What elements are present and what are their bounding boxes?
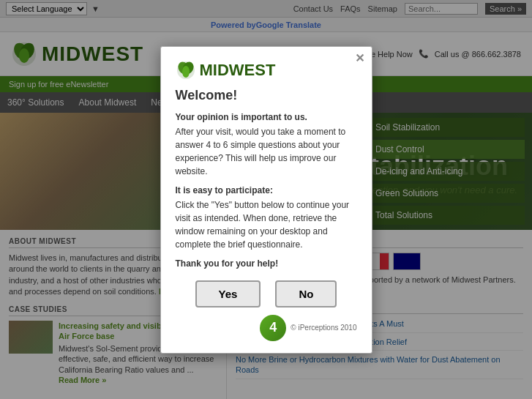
thanks-text: Thank you for your help!: [176, 257, 357, 270]
opinion-title: Your opinion is important to us.: [176, 111, 357, 124]
modal-logo: MIDWEST: [176, 60, 357, 81]
iperceptions-badge: 4: [260, 315, 286, 341]
modal-close-button[interactable]: ✕: [355, 53, 364, 64]
iperceptions-logo: 4 © iPerceptions 2010: [260, 315, 356, 341]
modal-footer: 4 © iPerceptions 2010: [176, 315, 357, 341]
svg-point-7: [182, 66, 190, 78]
modal-overlay: ✕ MIDWEST Welcome! Your opinion is impor…: [0, 0, 532, 399]
participate-text: Click the "Yes" button below to continue…: [176, 200, 350, 250]
no-button[interactable]: No: [275, 280, 337, 307]
iperceptions-text: © iPerceptions 2010: [291, 324, 356, 332]
modal-welcome-title: Welcome!: [176, 88, 357, 103]
modal-logo-text: MIDWEST: [200, 61, 276, 80]
modal-buttons: Yes No: [176, 280, 357, 307]
yes-button[interactable]: Yes: [195, 280, 261, 307]
opinion-text: After your visit, would you take a momen…: [176, 127, 346, 176]
modal-body: Your opinion is important to us. After y…: [176, 111, 357, 270]
modal-logo-icon: [176, 60, 196, 81]
modal-dialog: ✕ MIDWEST Welcome! Your opinion is impor…: [160, 46, 372, 354]
participate-title: It is easy to participate:: [176, 184, 357, 197]
